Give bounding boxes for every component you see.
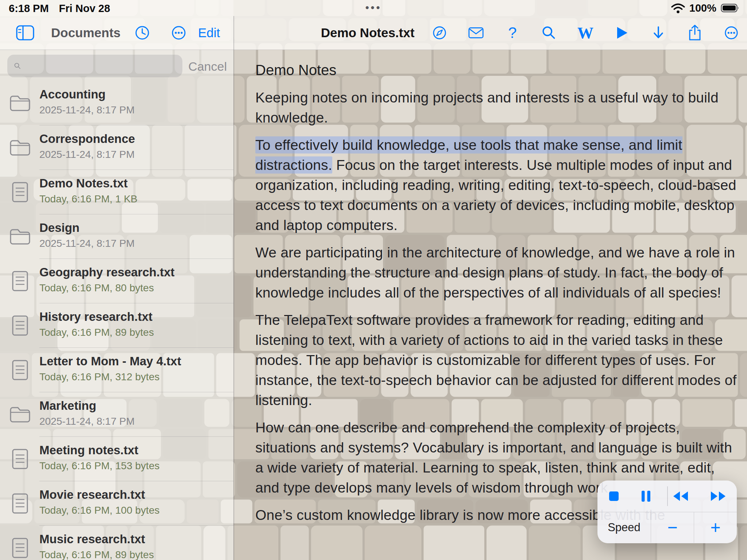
file-meta: Today, 6:16 PM, 89 bytes [39,327,228,338]
search-row: Cancel [0,55,233,78]
file-name: Correspondence [39,132,228,146]
status-bar: 6:18 PM Fri Nov 28 ••• 100% [0,0,747,16]
document-icon [12,271,28,292]
document-icon [12,182,28,203]
file-meta: Today, 6:16 PM, 312 bytes [39,371,228,383]
document-pane: Demo Notes Keeping notes on incoming pro… [233,0,747,560]
file-row[interactable]: Music research.txt Today, 6:16 PM, 89 by… [0,526,233,560]
folder-icon [9,228,31,245]
speed-increase-button[interactable]: + [694,512,737,543]
top-chrome: 6:18 PM Fri Nov 28 ••• 100% [0,0,747,50]
file-row[interactable]: Letter to Mom - May 4.txt Today, 6:16 PM… [0,348,233,392]
sidebar-toggle-icon [16,25,34,40]
file-meta: Today, 6:16 PM, 1 KB [39,193,228,205]
paragraph[interactable]: We are participating in the architecture… [255,242,737,303]
search-icon [541,25,557,40]
battery-percent: 100% [689,2,716,14]
file-name: Meeting notes.txt [39,443,228,457]
browser-button[interactable] [432,25,447,41]
file-meta: 2025-11-24, 8:17 PM [39,238,228,249]
fast-forward-icon [710,490,727,502]
file-row[interactable]: Marketing 2025-11-24, 8:17 PM [0,392,233,437]
pause-icon [640,490,651,502]
more-circle-icon [171,25,187,41]
paragraph[interactable]: The TelepaText software provides a frame… [255,310,737,410]
mail-icon [468,26,484,40]
file-row[interactable]: Demo Notes.txt Today, 6:16 PM, 1 KB [0,170,233,214]
sidebar-toolbar: Documents Edit [0,16,233,50]
folder-icon [9,139,31,156]
file-row[interactable]: History research.txt Today, 6:16 PM, 89 … [0,303,233,348]
share-icon [688,24,702,41]
file-meta: 2025-11-24, 8:17 PM [39,416,228,427]
search-field[interactable] [7,55,182,77]
play-icon [615,26,629,40]
mail-button[interactable] [468,26,484,40]
compass-icon [432,25,447,41]
edit-button[interactable]: Edit [198,26,220,40]
speed-decrease-button[interactable]: − [651,512,694,543]
sidebar-more-button[interactable] [171,25,187,41]
stop-button[interactable] [608,490,620,502]
status-time: 6:18 PM [9,3,49,15]
paragraph[interactable]: To effectively build knowledge, use tool… [255,135,737,235]
file-row[interactable]: Geography research.txt Today, 6:16 PM, 8… [0,259,233,303]
search-button[interactable] [541,25,557,40]
rewind-icon [672,490,689,502]
pane-divider [233,16,234,560]
stop-icon [608,490,620,502]
file-name: Marketing [39,399,228,413]
document-icon [12,537,28,559]
status-date: Fri Nov 28 [59,3,110,15]
speed-label: Speed [597,512,651,543]
sidebar-toggle-button[interactable] [16,25,34,40]
rewind-button[interactable] [672,490,689,502]
down-arrow-icon [651,25,666,40]
playback-panel: Speed − + [597,481,737,543]
file-name: Letter to Mom - May 4.txt [39,354,228,368]
main-toolbar: Demo Notes.txt ? [233,16,747,50]
tts-highlight: To effectively build knowledge, use tool… [255,136,682,174]
document-icon [12,315,28,336]
sidebar: Cancel Accounting 2025-11-24, 8:17 PM [0,0,233,560]
share-button[interactable] [687,24,703,41]
file-row[interactable]: Accounting 2025-11-24, 8:17 PM [0,81,233,125]
file-row[interactable]: Correspondence 2025-11-24, 8:17 PM [0,125,233,170]
help-button[interactable]: ? [505,24,520,42]
folder-icon [9,95,31,112]
battery-icon [721,3,740,13]
more-circle-icon [724,25,739,41]
speed-row: Speed − + [597,512,737,543]
file-row[interactable]: Movie research.txt Today, 6:16 PM, 100 b… [0,481,233,526]
file-name: Geography research.txt [39,265,228,279]
file-meta: Today, 6:16 PM, 89 bytes [39,549,228,560]
multitask-handle[interactable]: ••• [365,2,382,13]
file-meta: 2025-11-24, 8:17 PM [39,149,228,160]
recents-button[interactable] [134,25,150,41]
wikipedia-button[interactable]: W [578,24,593,42]
document-icon [12,448,28,470]
search-icon [14,60,21,72]
folder-icon [9,406,31,423]
fast-forward-button[interactable] [710,490,727,502]
nav-row: Documents Edit Demo Notes.txt [0,16,747,50]
help-icon: ? [508,24,516,42]
document-title: Demo Notes.txt [321,26,415,40]
cancel-button[interactable]: Cancel [188,59,227,74]
file-name: History research.txt [39,310,228,324]
play-button[interactable] [614,26,630,40]
paragraph[interactable]: Keeping notes on incoming projects and i… [255,88,737,128]
search-input[interactable] [21,59,176,73]
document-icon [12,359,28,381]
document-heading[interactable]: Demo Notes [255,60,737,80]
file-row[interactable]: Design 2025-11-24, 8:17 PM [0,214,233,259]
document-body[interactable]: Demo Notes Keeping notes on incoming pro… [255,60,737,532]
more-button[interactable] [724,25,739,41]
pause-button[interactable] [640,490,651,502]
file-name: Demo Notes.txt [39,176,228,190]
clock-icon [134,25,150,41]
file-name: Accounting [39,88,228,101]
wikipedia-icon: W [577,24,593,42]
download-button[interactable] [651,25,666,40]
file-row[interactable]: Meeting notes.txt Today, 6:16 PM, 153 by… [0,437,233,481]
